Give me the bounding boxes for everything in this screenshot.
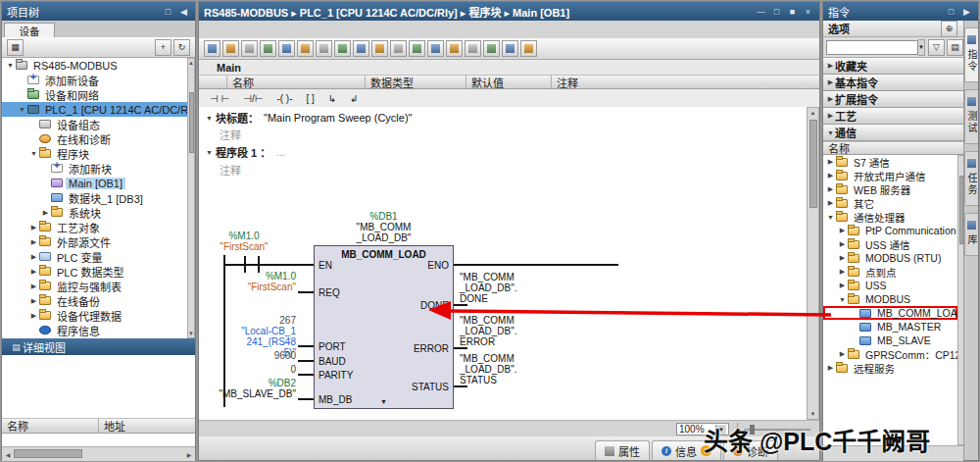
expander-open-icon[interactable]: ▼: [826, 214, 835, 221]
mbdb-operand[interactable]: %DB2 "MB_SLAVE_DB": [204, 378, 296, 399]
expand-networks-icon[interactable]: [278, 40, 295, 57]
section[interactable]: ▶工艺: [823, 108, 963, 125]
instruction-item-ptp-communication[interactable]: ▶PtP Communication: [823, 224, 957, 237]
tab-devices[interactable]: 设备: [4, 23, 55, 38]
empty-box-icon[interactable]: [ ]: [302, 90, 319, 106]
instruction-item-s7[interactable]: ▶S7 通信: [823, 155, 957, 169]
tree-item[interactable]: ▶在线备份: [2, 293, 195, 308]
tree-item[interactable]: ▼程序块: [2, 146, 195, 161]
consistency-check-icon[interactable]: [427, 40, 444, 57]
expander-open-icon[interactable]: ▼: [205, 115, 214, 122]
monitor-glasses-icon[interactable]: [502, 40, 518, 57]
expander-closed-icon[interactable]: ▶: [826, 158, 835, 166]
tree-item-plc[interactable]: ▶PLC 数据类型: [2, 264, 195, 279]
instruction-item-modbus[interactable]: ▼MODBUS: [823, 292, 957, 306]
insert-network-icon[interactable]: [204, 40, 220, 57]
expander-closed-icon[interactable]: ▶: [838, 282, 847, 289]
float-icon[interactable]: □: [770, 5, 783, 18]
expander-closed-icon[interactable]: ▶: [826, 364, 835, 372]
dock-icon[interactable]: □: [945, 5, 957, 18]
tree-item[interactable]: 添加新设备: [2, 73, 195, 87]
expander-closed-icon[interactable]: ▶: [838, 240, 847, 248]
expander-closed-icon[interactable]: ▶: [41, 209, 50, 217]
tree-item[interactable]: 在线和诊断: [2, 131, 195, 146]
jump-label-icon[interactable]: [446, 40, 463, 57]
tree-item-main-ob1[interactable]: Main [OB1]: [2, 176, 195, 190]
instruction-item[interactable]: ▼通信处理器: [823, 210, 957, 224]
close-branch-icon2[interactable]: ↲: [345, 90, 363, 106]
fb-block[interactable]: MB_COMM_LOAD EN REQ PORT BAUD PARITY MB_…: [314, 245, 454, 409]
comment-placeholder[interactable]: 注释: [220, 162, 241, 178]
instruction-item[interactable]: ▶点到点: [823, 265, 957, 279]
minimize-icon[interactable]: —: [755, 5, 767, 18]
comments-toggle-icon[interactable]: [334, 40, 351, 57]
collapse-left-icon[interactable]: ◀: [177, 5, 190, 18]
expander-closed-icon[interactable]: ▶: [838, 227, 847, 234]
expander-open-icon[interactable]: ▼: [838, 296, 847, 303]
tree-item[interactable]: ▶外部源文件: [2, 234, 195, 249]
tree-item[interactable]: ▶监控与强制表: [2, 279, 195, 293]
tree-item-rs485-modbus[interactable]: ▼RS485-MODBUS: [2, 58, 195, 73]
close-icon[interactable]: ×: [802, 5, 814, 18]
refresh-icon[interactable]: ↻: [173, 39, 190, 56]
section[interactable]: ▶收藏夹: [823, 58, 963, 75]
close-branch-icon[interactable]: [260, 40, 276, 57]
block-instance[interactable]: %DB1 "MB_COMM_LOAD_DB": [314, 211, 454, 243]
tree-item-1-db3[interactable]: 数据块_1 [DB3]: [2, 190, 195, 205]
expander-closed-icon[interactable]: ▶: [826, 172, 835, 180]
expander-closed-icon[interactable]: ▶: [838, 254, 847, 262]
new-item-icon[interactable]: +: [155, 39, 172, 56]
baud-operand[interactable]: 9600: [204, 350, 296, 361]
goto-next-error-icon[interactable]: [390, 40, 407, 57]
tree-item[interactable]: 程序信息: [2, 323, 195, 337]
instruction-item-uss[interactable]: ▶USS 通信: [823, 237, 957, 251]
side-tab[interactable]: 测试: [964, 89, 978, 144]
block-expand-icon[interactable]: ▼: [315, 398, 453, 405]
error-operand[interactable]: "MB_COMM_LOAD_DB".ERROR: [460, 315, 518, 347]
instruction-item-web[interactable]: ▶WEB 服务器: [823, 182, 957, 196]
scrollbar-thumb[interactable]: [14, 449, 82, 458]
instruction-item-mb-comm-load[interactable]: MB_COMM_LOAD: [823, 306, 957, 320]
book-icon[interactable]: ▤: [947, 39, 963, 56]
instruction-item[interactable]: ▶开放式用户通信: [823, 169, 957, 182]
block-title-value[interactable]: "Main Program Sweep (Cycle)": [264, 112, 412, 124]
tab-properties[interactable]: 属性: [595, 440, 650, 460]
expander-closed-icon[interactable]: ▶: [29, 238, 38, 246]
open-branch-icon2[interactable]: ↳: [323, 90, 341, 106]
instruction-item-mb-slave[interactable]: MB_SLAVE: [823, 334, 957, 347]
expander-closed-icon[interactable]: ▶: [29, 312, 38, 320]
free-comment-icon[interactable]: [465, 40, 481, 57]
nc-contact-icon[interactable]: ⊣/⊢: [238, 90, 268, 106]
expander-closed-icon[interactable]: ▶: [826, 95, 835, 103]
pin-icon[interactable]: ⊕: [941, 21, 957, 37]
expander-closed-icon[interactable]: ▶: [826, 62, 835, 70]
instruction-item-modbus-rtu[interactable]: ▶MODBUS (RTU): [823, 251, 957, 265]
expander-closed-icon[interactable]: ▶: [29, 224, 38, 231]
favorites-toggle-icon[interactable]: [353, 40, 369, 57]
goto-previous-error-icon[interactable]: [371, 40, 388, 57]
dock-icon[interactable]: □: [162, 5, 174, 18]
tree-item[interactable]: 设备和网络: [2, 87, 195, 102]
chevron-down-icon[interactable]: ▼: [918, 39, 925, 56]
expander-closed-icon[interactable]: ▶: [826, 199, 835, 207]
done-operand[interactable]: "MB_COMM_LOAD_DB".DONE: [460, 272, 518, 304]
tree-item[interactable]: ▶系统块: [2, 205, 195, 220]
instruction-item[interactable]: ▶其它: [823, 196, 957, 210]
tree-item[interactable]: 设备组态: [2, 117, 195, 131]
section[interactable]: ▶基本指令: [823, 75, 963, 91]
expander-closed-icon[interactable]: ▶: [29, 282, 38, 290]
editor-vscrollbar[interactable]: ▲ ▼: [807, 107, 819, 420]
details-hscrollbar[interactable]: ◀ ▶: [2, 446, 195, 461]
expander-closed-icon[interactable]: ▶: [838, 350, 847, 358]
instruction-item[interactable]: ▶远程服务: [823, 361, 957, 375]
instruction-item-uss[interactable]: ▶USS: [823, 279, 957, 292]
settings-icon[interactable]: [483, 40, 500, 57]
expander-closed-icon[interactable]: ▶: [826, 112, 835, 120]
instruction-item-mb-master[interactable]: MB_MASTER: [823, 320, 957, 334]
coil-icon[interactable]: -( )-: [271, 90, 297, 106]
expander-closed-icon[interactable]: ▶: [826, 78, 835, 86]
search-input[interactable]: [826, 40, 918, 55]
tree-item[interactable]: ▶工艺对象: [2, 220, 195, 234]
side-tab[interactable]: 库: [964, 213, 978, 256]
update-block-calls-icon[interactable]: [409, 40, 425, 57]
